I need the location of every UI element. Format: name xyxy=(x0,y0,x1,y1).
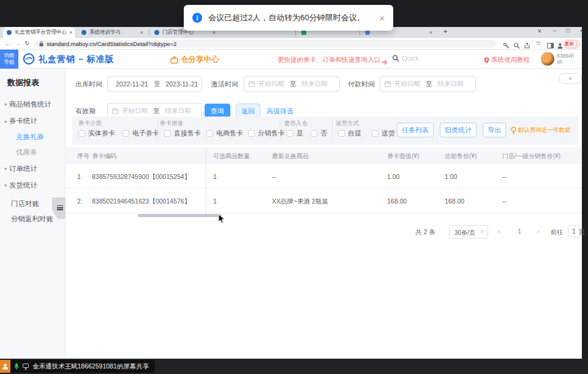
tab-favicon xyxy=(365,30,370,35)
tutorial-link[interactable]: 系统使用教程 xyxy=(484,56,530,64)
checkbox-icon[interactable] xyxy=(248,130,255,137)
quick-search[interactable]: Quick xyxy=(392,55,419,62)
window-close-button[interactable]: × xyxy=(580,28,583,34)
mouse-cursor xyxy=(218,214,225,226)
sidebar-item-product-sales[interactable]: ▾ 商品销售统计 xyxy=(4,100,51,109)
tab-system-training[interactable]: 系统培训学习 × xyxy=(78,27,147,38)
filter-label-activation-time: 激活时间 xyxy=(211,80,238,89)
microphone-icon xyxy=(14,363,19,370)
new-tab-button[interactable]: + xyxy=(443,28,447,35)
checkbox-distribution-sale[interactable]: 分销售卡 xyxy=(248,129,285,138)
refresh-icon[interactable]: ↻ xyxy=(24,40,29,47)
key-icon[interactable] xyxy=(503,40,510,47)
filter-label-payment-time: 付款时间 xyxy=(348,80,375,89)
tab-close-icon[interactable]: × xyxy=(427,30,432,36)
checkbox-direct-sale[interactable]: 直接售卡 xyxy=(164,129,201,138)
back-icon[interactable]: ← xyxy=(5,40,11,47)
goto-page-input[interactable] xyxy=(568,225,580,237)
checkbox-icon[interactable] xyxy=(164,130,171,137)
next-page-button[interactable]: › xyxy=(537,227,540,235)
payment-date-range-input[interactable]: 开始日期 至 结束日期 xyxy=(380,76,476,92)
sidebar-item-rebate-reconciliation[interactable]: 分销返利对账 xyxy=(11,215,53,224)
horizontal-scrollbar-thumb[interactable] xyxy=(138,214,222,217)
page-title: 礼盒营销 – 标准版 xyxy=(39,54,115,65)
checkbox-label: 否 xyxy=(320,129,327,138)
chrome-update-button[interactable]: 更新 ⋮ xyxy=(564,40,580,48)
checkbox-icon[interactable] xyxy=(372,130,379,137)
checkbox-label: 实体券卡 xyxy=(88,129,115,138)
tab-favicon xyxy=(7,30,12,35)
cell-card-code: 8385021946451623【00014576】 xyxy=(92,197,190,206)
checkbox-in-warehouse-no[interactable]: 否 xyxy=(311,129,327,138)
forward-icon[interactable]: → xyxy=(15,40,21,47)
table-row[interactable]: 2 8385021946451623【00014576】 1 XX品牌~果酒 2… xyxy=(66,188,582,213)
share-bar-text: 金禾通技术王斌18662591081的屏幕共享 xyxy=(32,362,149,371)
end-date-placeholder: 结束日期 xyxy=(165,107,191,115)
table-row[interactable]: 1 8385759328745900【00015254】 1 -- 1.00 1… xyxy=(66,164,582,188)
page-size-value: 30条/页 xyxy=(454,229,475,237)
window-maximize-button[interactable]: □ xyxy=(567,28,570,34)
share-center-link[interactable]: 仓分享中心 xyxy=(170,55,219,65)
screen-share-bar: 金禾通技术王斌18662591081的屏幕共享 xyxy=(0,359,588,374)
window-minimize-button[interactable]: − xyxy=(553,28,556,34)
info-icon: i xyxy=(192,13,202,23)
checkbox-icon[interactable] xyxy=(78,130,85,137)
checkbox-delivery[interactable]: 送货 xyxy=(372,129,395,138)
range-separator: 至 xyxy=(290,80,296,88)
update-label: 更新 xyxy=(565,41,574,47)
toast-close-icon[interactable]: × xyxy=(379,13,385,23)
column-header-product-qty: 可选商品数量 xyxy=(213,152,250,161)
tab-gift-marketing-admin[interactable]: 礼盒营销平台管理中心 × xyxy=(3,27,75,38)
tab-close-icon[interactable]: × xyxy=(138,30,143,36)
page-size-select[interactable]: 30条/页 ∨ xyxy=(449,225,488,239)
group-label-card-purpose: 券卡用途 xyxy=(160,120,183,128)
checkbox-in-warehouse-yes[interactable]: 是 xyxy=(287,129,303,138)
export-button[interactable]: 导出 xyxy=(483,123,506,137)
sidebar-item-shipping-stats[interactable]: ▾ 发货统计 xyxy=(4,181,37,190)
sidebar-item-store-reconciliation[interactable]: 门店对账 xyxy=(11,199,39,208)
checkbox-electronic-card[interactable]: 电子券卡 xyxy=(123,129,159,138)
checkbox-label: 电商售卡 xyxy=(216,129,243,138)
user-avatar[interactable] xyxy=(541,52,554,66)
sidebar-item-discount-coupon[interactable]: 优惠券 xyxy=(16,148,37,157)
column-header-store-price: 门店/一级分销售价(¥) xyxy=(502,152,560,161)
search-icon xyxy=(392,55,399,62)
monitor-icon xyxy=(23,364,29,370)
prev-page-button[interactable]: ‹ xyxy=(498,227,500,235)
cell-latest-product: XX品牌~果酒 2瓶装 xyxy=(272,197,328,206)
caret-down-icon: ▾ xyxy=(4,102,7,107)
tab-close-icon[interactable]: × xyxy=(67,30,72,36)
checkbox-icon[interactable] xyxy=(338,130,345,137)
checkbox-ecommerce-sale[interactable]: 电商售卡 xyxy=(206,129,243,138)
presenter-icon xyxy=(0,360,10,373)
bookmark-star-icon[interactable]: ☆ xyxy=(535,39,541,47)
classify-stats-button[interactable]: 归类统计 xyxy=(440,123,477,137)
start-date-value: 2022-11-21 xyxy=(116,80,148,88)
checkbox-icon[interactable] xyxy=(287,130,293,137)
advanced-filter-link[interactable]: 高级筛选 xyxy=(266,107,293,116)
bulb-icon xyxy=(511,126,516,137)
function-nav-button[interactable]: 功能 导航 xyxy=(0,50,18,69)
tab-favicon xyxy=(301,30,306,35)
current-page[interactable]: 1 xyxy=(518,227,521,235)
activation-date-range-input[interactable]: 开始日期 至 结束日期 xyxy=(244,76,340,92)
checkbox-icon[interactable] xyxy=(123,130,129,137)
profile-icon[interactable] xyxy=(557,40,564,47)
checkbox-icon[interactable] xyxy=(206,130,213,137)
zoom-icon[interactable] xyxy=(513,40,520,47)
share-icon[interactable] xyxy=(524,40,530,47)
sidebar-item-card-stats[interactable]: ▴ 券卡统计 xyxy=(4,116,37,126)
split-view-icon[interactable] xyxy=(547,40,554,47)
group-separator xyxy=(280,120,281,141)
share-center-label: 仓分享中心 xyxy=(181,55,219,65)
outbound-date-range-input[interactable]: 2022-11-21 至 2023-11-21 xyxy=(107,76,202,92)
url-bar[interactable]: standard.maboy.cn/CardStatisticsDetail?o… xyxy=(34,40,496,48)
checkbox-self-pickup[interactable]: 自提 xyxy=(338,129,361,138)
checkbox-icon[interactable] xyxy=(311,130,317,137)
sidebar-item-order-stats[interactable]: ▾ 订单统计 xyxy=(4,164,37,174)
sidebar-item-redeem-coupon[interactable]: 兑换礼券 xyxy=(16,132,44,142)
collapse-filters-button[interactable]: » xyxy=(559,73,582,84)
window-dropdown-icon[interactable]: ∨ xyxy=(537,28,541,34)
task-list-button[interactable]: 任务列表 xyxy=(397,123,434,137)
checkbox-physical-card[interactable]: 实体券卡 xyxy=(78,129,115,138)
